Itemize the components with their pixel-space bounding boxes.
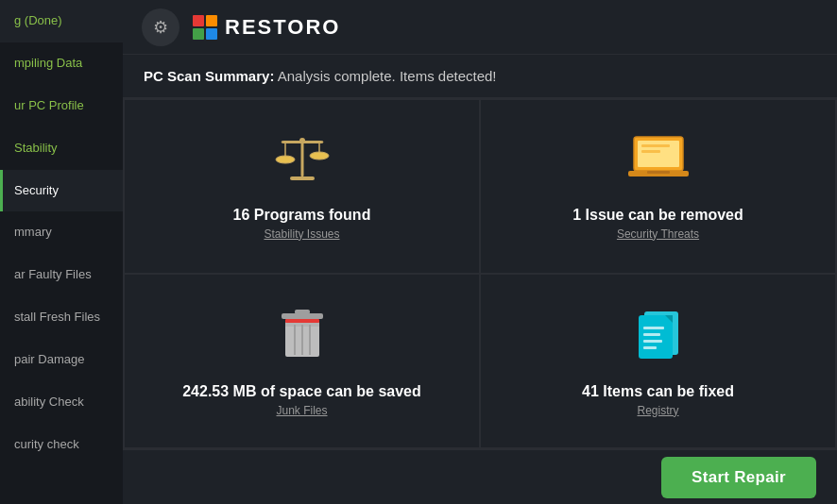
cards-grid: 16 Programs found Stability Issues	[123, 98, 837, 449]
stability-issues-label[interactable]: Stability Issues	[264, 227, 339, 241]
card-registry: 41 Items can be fixed Registry	[480, 274, 836, 448]
sidebar-item-pc-profile[interactable]: ur PC Profile	[0, 85, 123, 127]
scan-summary-label: PC Scan Summary:	[144, 68, 274, 84]
svg-rect-4	[300, 141, 303, 176]
card-stability-issues: 16 Programs found Stability Issues	[124, 99, 480, 274]
trash-icon	[276, 306, 329, 372]
restoro-logo-icon	[193, 15, 217, 40]
gear-icon: ⚙	[153, 17, 168, 38]
sidebar-item-stability-check[interactable]: ability Check	[0, 381, 123, 424]
svg-rect-0	[193, 15, 204, 26]
svg-rect-1	[206, 15, 217, 26]
sidebar-item-stability[interactable]: Stability	[0, 127, 123, 170]
junk-files-label[interactable]: Junk Files	[276, 404, 327, 417]
registry-value: 41 Items can be fixed	[582, 383, 734, 400]
sidebar-item-scanning[interactable]: g (Done)	[0, 0, 123, 42]
svg-rect-28	[639, 315, 673, 359]
header: ⚙ RESTORO	[123, 0, 837, 55]
settings-button[interactable]: ⚙	[142, 8, 179, 46]
svg-rect-30	[643, 327, 664, 329]
card-junk-files: 242.53 MB of space can be saved Junk Fil…	[124, 274, 480, 448]
security-threats-value: 1 Issue can be removed	[572, 207, 743, 224]
svg-rect-18	[647, 171, 670, 174]
registry-icon	[631, 306, 686, 372]
svg-rect-2	[193, 28, 204, 40]
start-repair-button[interactable]: Start Repair	[661, 457, 816, 498]
sidebar-item-clear-faulty[interactable]: ar Faulty Files	[0, 254, 123, 296]
svg-rect-20	[295, 310, 310, 314]
sidebar-item-security[interactable]: Security	[0, 170, 123, 212]
laptop-icon	[626, 133, 691, 195]
stability-issues-value: 16 Programs found	[233, 207, 371, 224]
card-security-threats: 1 Issue can be removed Security Threats	[480, 99, 836, 274]
svg-point-10	[276, 156, 295, 163]
svg-rect-3	[206, 28, 217, 40]
scan-summary-text: Analysis complete. Items detected!	[278, 68, 497, 84]
svg-rect-33	[643, 346, 657, 349]
svg-rect-16	[641, 150, 660, 153]
bottom-bar: Start Repair	[123, 449, 837, 504]
svg-rect-15	[641, 144, 670, 147]
sidebar-item-install-fresh[interactable]: stall Fresh Files	[0, 296, 123, 339]
main-content: ⚙ RESTORO PC Scan Summary: Analysis comp…	[123, 0, 837, 504]
scales-icon	[273, 133, 332, 195]
svg-rect-32	[643, 340, 662, 343]
svg-rect-26	[285, 319, 319, 323]
svg-point-11	[310, 152, 329, 160]
sidebar-item-repair-damage[interactable]: pair Damage	[0, 339, 123, 381]
svg-rect-5	[290, 176, 315, 180]
sidebar: g (Done) mpiling Data ur PC Profile Stab…	[0, 0, 123, 504]
logo-area: RESTORO	[193, 15, 340, 40]
scan-summary-bar: PC Scan Summary: Analysis complete. Item…	[123, 55, 837, 98]
app-title: RESTORO	[225, 15, 340, 40]
sidebar-item-security-check[interactable]: curity check	[0, 424, 123, 466]
sidebar-item-summary[interactable]: mmary	[0, 211, 123, 254]
sidebar-item-compiling[interactable]: mpiling Data	[0, 42, 123, 85]
security-threats-label[interactable]: Security Threats	[617, 227, 699, 241]
junk-files-value: 242.53 MB of space can be saved	[182, 383, 421, 400]
svg-rect-31	[643, 333, 660, 336]
registry-label[interactable]: Registry	[637, 404, 678, 417]
